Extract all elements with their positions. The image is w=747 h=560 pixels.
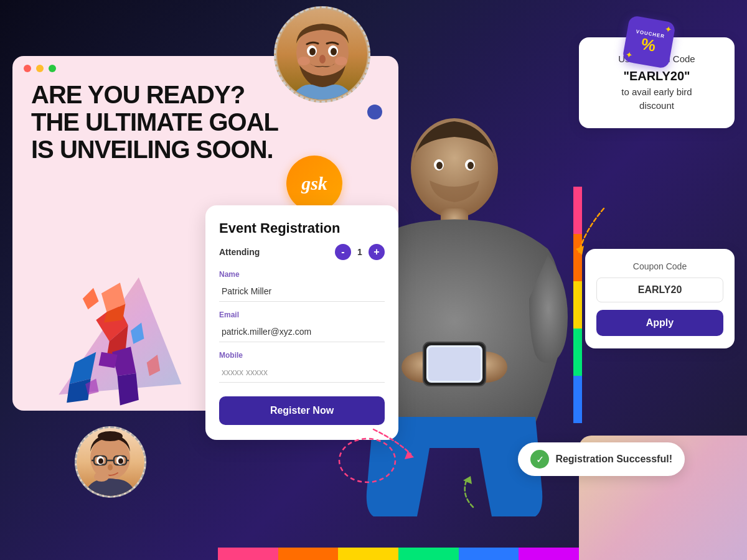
- coupon-line3: discount: [639, 100, 674, 111]
- profile-avatar-inner: [277, 9, 367, 100]
- email-label: Email: [219, 310, 385, 319]
- scene-container: ARE YOU READY? THE ULTIMATE GOAL IS UNVE…: [0, 0, 747, 560]
- svg-marker-50: [463, 476, 472, 484]
- star-decoration-1: ✦: [664, 24, 674, 35]
- svg-rect-10: [428, 347, 481, 381]
- dashed-circle-bottom: [336, 436, 398, 485]
- voucher-percent: %: [640, 35, 657, 54]
- svg-point-28: [309, 48, 316, 55]
- vstrip-blue: [573, 376, 582, 423]
- strip-orange: [278, 548, 339, 560]
- dashed-curve-right: [573, 205, 610, 255]
- profile-avatar-bottom: [75, 426, 146, 498]
- counter-value: 1: [355, 247, 365, 257]
- coupon-code-input[interactable]: [596, 278, 723, 302]
- svg-point-30: [319, 55, 326, 63]
- svg-point-4: [467, 162, 474, 169]
- voucher-badge: VOUCHER % ✦ ✦: [622, 15, 676, 69]
- profile-avatar-top: [274, 6, 370, 103]
- success-check-icon: ✓: [530, 450, 549, 469]
- svg-point-36: [98, 431, 123, 441]
- window-dot-green: [49, 65, 56, 72]
- success-badge: ✓ Registration Successful!: [518, 442, 685, 476]
- svg-point-48: [94, 472, 109, 482]
- increment-button[interactable]: +: [369, 244, 385, 260]
- strip-green: [398, 548, 459, 560]
- svg-point-45: [98, 459, 103, 464]
- register-button[interactable]: Register Now: [219, 396, 385, 425]
- coupon-code-text: "EARLY20": [623, 69, 690, 83]
- coupon-line2: to avail early bird: [621, 86, 692, 97]
- counter-controls: - 1 +: [335, 244, 385, 260]
- strip-pink: [218, 548, 278, 560]
- registration-title: Event Registration: [219, 220, 385, 236]
- attending-row: Attending - 1 +: [219, 244, 385, 260]
- window-dot-red: [24, 65, 31, 72]
- arrow-up-success: [454, 473, 492, 510]
- strip-blue: [459, 548, 519, 560]
- window-dot-yellow: [36, 65, 44, 72]
- apply-button[interactable]: Apply: [596, 310, 723, 336]
- email-input[interactable]: [219, 322, 385, 342]
- svg-marker-21: [83, 288, 99, 309]
- registration-form-card: Event Registration Attending - 1 + Name …: [205, 205, 398, 440]
- name-input[interactable]: [219, 281, 385, 302]
- svg-point-47: [108, 464, 113, 470]
- vstrip-yellow: [573, 281, 582, 329]
- mobile-label: Mobile: [219, 351, 385, 360]
- strip-purple: [519, 548, 579, 560]
- svg-point-29: [331, 48, 337, 55]
- svg-marker-33: [405, 451, 414, 459]
- svg-point-3: [436, 162, 443, 169]
- gsk-logo: gsk: [286, 156, 342, 212]
- vstrip-green: [573, 329, 582, 376]
- athlete-figure: [25, 224, 199, 411]
- blue-dot-indicator: [367, 105, 382, 119]
- coupon-entry-label: Coupon Code: [596, 261, 723, 271]
- color-strip-bottom: [218, 548, 579, 560]
- gsk-logo-text: gsk: [301, 173, 327, 194]
- svg-point-32: [335, 57, 347, 65]
- strip-yellow: [338, 548, 398, 560]
- svg-point-49: [339, 439, 395, 482]
- name-label: Name: [219, 270, 385, 279]
- star-decoration-2: ✦: [625, 49, 634, 60]
- attending-label: Attending: [219, 247, 260, 257]
- promo-headline-2: THE ULTIMATE GOAL: [31, 108, 380, 136]
- profile-avatar-bottom-inner: [77, 428, 144, 496]
- svg-point-31: [298, 57, 310, 65]
- svg-marker-20: [99, 352, 118, 368]
- mobile-input[interactable]: [219, 362, 385, 383]
- svg-marker-19: [118, 373, 139, 405]
- coupon-entry-card: Coupon Code Apply: [585, 249, 735, 348]
- decrement-button[interactable]: -: [335, 244, 351, 260]
- woman-avatar: [77, 428, 144, 496]
- success-message: Registration Successful!: [555, 454, 672, 465]
- svg-point-46: [118, 459, 123, 464]
